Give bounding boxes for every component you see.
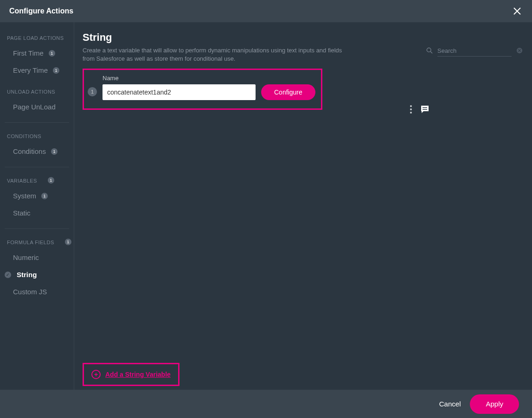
string-variable-card: 1 Name Configure [83, 69, 322, 110]
modal-header: Configure Actions [0, 0, 532, 22]
sidebar-divider [5, 167, 69, 167]
sidebar-item-first-time[interactable]: First Time 1 [0, 44, 74, 62]
main-panel: String Create a text variable that will … [74, 22, 532, 390]
card-actions [410, 105, 429, 114]
sidebar-item-every-time[interactable]: Every Time 1 [0, 62, 74, 79]
add-link-label: Add a String Variable [105, 371, 171, 378]
count-badge: 1 [41, 193, 48, 199]
modal-footer: Cancel Apply [0, 390, 532, 418]
sidebar-item-label: System [13, 192, 36, 200]
name-input[interactable] [103, 84, 256, 100]
apply-button[interactable]: Apply [470, 394, 519, 414]
svg-line-1 [430, 51, 432, 53]
sidebar-item-label: Every Time [13, 66, 48, 74]
count-badge: 1 [65, 239, 71, 245]
sidebar-item-label: Numeric [13, 253, 39, 261]
count-badge: 1 [49, 50, 55, 57]
count-badge: 1 [53, 67, 59, 74]
sidebar-item-conditions[interactable]: Conditions 1 [0, 143, 74, 160]
sidebar-item-label: Page UnLoad [13, 103, 56, 111]
search-input[interactable] [437, 45, 512, 57]
content-wrapper: PAGE LOAD ACTIONS First Time 1 Every Tim… [0, 22, 532, 390]
modal-title: Configure Actions [9, 7, 73, 15]
sidebar-item-label: First Time [13, 49, 44, 57]
more-options-button[interactable] [410, 105, 412, 114]
name-field-label: Name [103, 75, 256, 82]
check-icon: ✓ [5, 272, 11, 278]
sidebar-item-custom-js[interactable]: Custom JS [0, 283, 74, 300]
sidebar-item-label: Static [13, 209, 31, 217]
configure-button[interactable]: Configure [261, 84, 315, 100]
cancel-button[interactable]: Cancel [439, 400, 461, 408]
sidebar-item-numeric[interactable]: Numeric [0, 249, 74, 266]
sidebar-header-formula: FORMULA FIELDS [0, 236, 61, 249]
plus-circle-icon: + [91, 370, 101, 379]
add-string-variable-link[interactable]: + Add a String Variable [83, 363, 179, 386]
sidebar-header-unload: UNLOAD ACTIONS [0, 85, 74, 98]
svg-point-0 [427, 48, 431, 52]
clear-search-icon[interactable] [516, 47, 523, 55]
close-button[interactable] [512, 6, 523, 17]
page-title: String [83, 32, 342, 44]
kebab-dot-icon [410, 112, 412, 114]
sidebar-item-system[interactable]: System 1 [0, 187, 74, 204]
sidebar-item-label: String [17, 271, 37, 279]
sidebar-header-variables: VARIABLES [0, 174, 44, 187]
sidebar-item-label: Conditions [13, 147, 46, 155]
page-subtitle: Create a text variable that will allow t… [83, 46, 342, 63]
count-badge: 1 [48, 177, 54, 184]
sidebar-header-conditions: CONDITIONS [0, 130, 74, 143]
search-wrap [426, 45, 523, 57]
kebab-dot-icon [410, 105, 412, 107]
comment-button[interactable] [420, 105, 429, 114]
main-header-row: String Create a text variable that will … [83, 32, 523, 63]
sidebar-item-page-unload[interactable]: Page UnLoad [0, 98, 74, 115]
sidebar-item-static[interactable]: Static [0, 204, 74, 222]
sidebar-item-string[interactable]: ✓ String [0, 266, 74, 283]
close-icon [513, 7, 521, 15]
sidebar-divider [5, 228, 69, 229]
sidebar: PAGE LOAD ACTIONS First Time 1 Every Tim… [0, 22, 74, 390]
sidebar-header-page-load: PAGE LOAD ACTIONS [0, 32, 74, 44]
kebab-dot-icon [410, 108, 412, 110]
sidebar-item-label: Custom JS [13, 288, 47, 296]
sidebar-divider [5, 122, 69, 123]
search-icon [426, 47, 433, 55]
count-badge: 1 [51, 148, 58, 155]
card-number-badge: 1 [88, 87, 97, 96]
